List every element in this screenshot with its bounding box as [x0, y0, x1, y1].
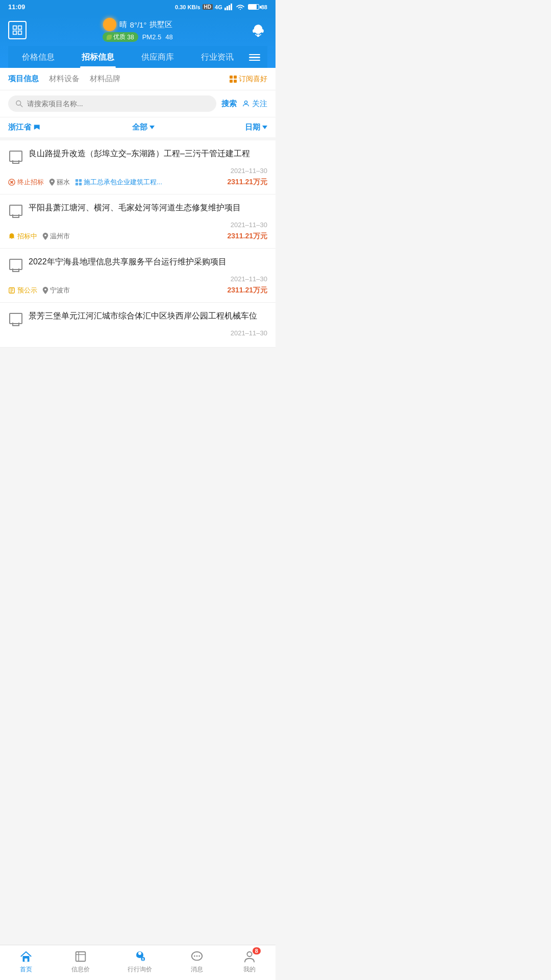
project-meta: 招标中 温州市 2311.21万元 — [8, 232, 267, 241]
project-header: 2022年宁海县地理信息共享服务平台运行维护采购项目 — [8, 256, 267, 272]
svg-point-14 — [244, 101, 247, 104]
filter-province[interactable]: 浙江省 — [8, 122, 41, 132]
nav-tab-price[interactable]: 价格信息 — [8, 48, 68, 68]
preview-icon — [8, 287, 15, 294]
scan-icon[interactable] — [8, 21, 27, 39]
project-icon — [8, 311, 23, 326]
project-icon — [8, 149, 23, 164]
filter-type[interactable]: 全部 — [132, 122, 155, 132]
svg-rect-2 — [229, 5, 230, 10]
quality-value: 38 — [127, 34, 134, 41]
price-tag: 2311.21万元 — [227, 178, 267, 187]
svg-point-24 — [44, 235, 46, 237]
weather-condition: 晴 — [119, 20, 127, 30]
search-input-wrap[interactable] — [8, 95, 216, 112]
project-date: 2021–11–30 — [8, 221, 267, 229]
quality-badge: 优质 38 — [103, 32, 138, 42]
status-badge: 终止招标 — [8, 178, 44, 187]
status-badge: 预公示 — [8, 286, 37, 295]
subscribe-button[interactable]: 订阅喜好 — [230, 75, 267, 84]
subscribe-label: 订阅喜好 — [239, 75, 267, 84]
search-input[interactable] — [27, 100, 209, 108]
location-text: 宁波市 — [50, 286, 70, 295]
status-badge: 招标中 — [8, 232, 37, 241]
location-icon — [42, 233, 48, 240]
svg-rect-6 — [13, 31, 17, 34]
svg-rect-5 — [18, 26, 22, 29]
search-area: 搜索 关注 — [0, 90, 276, 117]
bell-icon — [8, 233, 15, 240]
date-label: 日期 — [245, 122, 260, 132]
project-item[interactable]: 2022年宁海县地理信息共享服务平台运行维护采购项目 2021–11–30 预公… — [0, 249, 276, 303]
network-speed: 0.30 KB/s — [175, 4, 201, 10]
project-item[interactable]: 景芳三堡单元江河汇城市综合体汇中区块西岸公园工程机械车位 2021–11–30 — [0, 303, 276, 348]
weather-main: 晴 8°/1° 拱墅区 — [103, 18, 173, 31]
project-item[interactable]: 平阳县萧江塘河、横河、毛家处河等河道生态修复维护项目 2021–11–30 招标… — [0, 194, 276, 249]
svg-rect-22 — [76, 183, 78, 185]
filter-bar: 浙江省 全部 日期 — [0, 117, 276, 140]
project-header: 良山路提升改造（彭埠立交–东湖路）工程–三污干管迁建工程 — [8, 148, 267, 164]
province-flag-icon — [33, 124, 41, 131]
hamburger-menu[interactable] — [247, 50, 267, 66]
svg-rect-7 — [18, 31, 22, 34]
nav-tab-supply[interactable]: 供应商库 — [128, 48, 187, 68]
svg-rect-20 — [76, 179, 78, 182]
svg-marker-15 — [34, 125, 40, 129]
sub-tab-brand[interactable]: 材料品牌 — [90, 74, 120, 84]
weather-info: 晴 8°/1° 拱墅区 优质 38 PM2.5 48 — [103, 18, 172, 42]
category-text: 施工总承包企业建筑工程... — [84, 178, 162, 187]
filter-date[interactable]: 日期 — [245, 122, 267, 132]
sub-tabs: 项目信息 材料设备 材料品牌 订阅喜好 — [0, 68, 276, 90]
weather-temp: 8°/1° — [130, 20, 147, 29]
date-arrow-icon — [262, 126, 267, 129]
person-icon — [242, 100, 250, 108]
qq-icon[interactable] — [249, 21, 267, 39]
location-icon — [49, 179, 55, 186]
price-tag: 2311.21万元 — [227, 286, 267, 295]
search-button[interactable]: 搜索 — [221, 99, 237, 109]
header-top: 晴 8°/1° 拱墅区 优质 38 PM2.5 48 — [8, 18, 267, 46]
nav-tab-industry[interactable]: 行业资讯 — [187, 48, 247, 68]
pm25-label: PM2.5 — [142, 33, 162, 41]
project-icon — [8, 203, 23, 218]
svg-rect-1 — [227, 6, 228, 10]
category-tag: 施工总承包企业建筑工程... — [75, 178, 162, 187]
project-title: 良山路提升改造（彭埠立交–东湖路）工程–三污干管迁建工程 — [29, 148, 267, 160]
follow-button[interactable]: 关注 — [242, 99, 267, 109]
project-title: 2022年宁海县地理信息共享服务平台运行维护采购项目 — [29, 256, 267, 268]
type-arrow-icon — [149, 126, 155, 129]
project-date: 2021–11–30 — [8, 275, 267, 283]
sub-tab-project[interactable]: 项目信息 — [8, 74, 39, 84]
svg-point-10 — [261, 29, 264, 33]
status-right: 0.30 KB/s HD 4G 88 — [175, 4, 267, 10]
project-title: 景芳三堡单元江河汇城市综合体汇中区块西岸公园工程机械车位 — [29, 310, 267, 322]
weather-city: 拱墅区 — [149, 20, 172, 30]
location-icon — [42, 287, 48, 294]
status-bar: 11:09 0.30 KB/s HD 4G 88 — [0, 0, 276, 14]
svg-point-8 — [254, 24, 263, 34]
sub-tab-material[interactable]: 材料设备 — [49, 74, 80, 84]
signal-type: 4G — [215, 4, 222, 10]
monitor-icon — [9, 259, 22, 270]
status-text: 招标中 — [17, 232, 37, 241]
signal-icon — [224, 4, 234, 10]
nav-tab-bid[interactable]: 招标信息 — [68, 48, 128, 68]
status-text: 预公示 — [17, 286, 37, 295]
province-label: 浙江省 — [8, 122, 31, 132]
svg-rect-23 — [79, 183, 82, 185]
follow-label: 关注 — [252, 99, 267, 109]
project-date: 2021–11–30 — [8, 167, 267, 175]
sun-icon — [103, 18, 116, 31]
location-text: 丽水 — [57, 178, 70, 187]
project-title: 平阳县萧江塘河、横河、毛家处河等河道生态修复维护项目 — [29, 202, 267, 214]
location-tag: 温州市 — [42, 232, 70, 241]
monitor-icon — [9, 151, 22, 162]
svg-rect-4 — [13, 26, 17, 29]
time: 11:09 — [8, 3, 25, 11]
project-item[interactable]: 良山路提升改造（彭埠立交–东湖路）工程–三污干管迁建工程 2021–11–30 … — [0, 140, 276, 194]
project-header: 平阳县萧江塘河、横河、毛家处河等河道生态修复维护项目 — [8, 202, 267, 218]
project-meta: 终止招标 丽水 施工总承包企业建筑工程... 2311.21万元 — [8, 178, 267, 187]
svg-rect-0 — [224, 8, 226, 10]
hd-badge: HD — [203, 4, 213, 10]
project-list: 良山路提升改造（彭埠立交–东湖路）工程–三污干管迁建工程 2021–11–30 … — [0, 140, 276, 348]
